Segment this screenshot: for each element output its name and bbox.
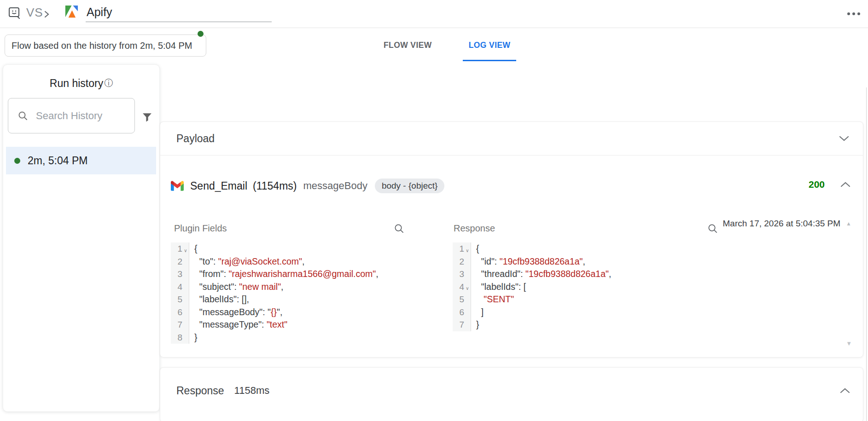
line-number: 6 [171, 306, 182, 319]
line-gutter: 4∨ [453, 281, 471, 294]
json-token: , [609, 269, 611, 279]
line-gutter: 6 [171, 306, 189, 319]
line-gutter: 2 [453, 255, 471, 268]
collapse-toggle-icon [464, 272, 471, 276]
response-section-title: Response [176, 385, 224, 397]
history-search-input[interactable] [36, 110, 131, 122]
line-gutter: 3 [171, 268, 189, 281]
line-number: 7 [171, 318, 182, 331]
flow-title[interactable]: Apify [87, 4, 112, 19]
collapse-toggle-icon [464, 260, 471, 263]
run-item-label: 2m, 5:04 PM [28, 155, 87, 167]
collapse-toggle-icon [464, 298, 471, 301]
response-section: Response 1158ms [160, 367, 863, 421]
tab-log-view[interactable]: LOG VIEW [463, 40, 517, 61]
run-history-item[interactable]: 2m, 5:04 PM [6, 147, 156, 174]
chevron-down-icon [839, 136, 849, 141]
home-link[interactable]: VS [8, 6, 43, 20]
collapse-toggle-icon[interactable]: ∨ [182, 241, 189, 257]
step-field-label: messageBody [303, 180, 367, 192]
code-line: 6 "messageBody": "{}", [171, 306, 379, 319]
code-line: 3 "threadId": "19cfb9388d826a1a", [453, 268, 611, 281]
status-code: 200 [809, 179, 825, 190]
line-gutter: 8 [171, 331, 189, 344]
json-token: ", [277, 307, 282, 317]
response-section-header[interactable]: Response 1158ms [160, 368, 863, 414]
apify-logo-icon [63, 4, 79, 20]
line-gutter: 5 [171, 293, 189, 306]
collapse-toggle-icon[interactable]: ∨ [464, 241, 471, 257]
chevron-up-icon [840, 388, 850, 393]
view-tabs: FLOW VIEW LOG VIEW [378, 40, 516, 61]
code-line: 1∨{ [453, 242, 611, 255]
code-content: { [471, 242, 479, 255]
json-token: } [194, 332, 198, 342]
collapse-toggle-icon [464, 323, 471, 326]
breadcrumb-chevron-icon [44, 10, 50, 18]
search-icon [17, 110, 29, 121]
plugin-fields-label: Plugin Fields [174, 223, 227, 234]
json-string-token: "19cfb9388d826a1a" [525, 269, 609, 279]
line-number: 6 [453, 306, 464, 319]
code-content: "id": "19cfb9388d826a1a", [471, 255, 585, 268]
line-number: 1 [171, 242, 182, 255]
code-content: "subject": "new mail", [189, 281, 284, 294]
log-card: Payload Send_Email (1154ms) messageBody … [160, 121, 863, 358]
json-token: } [476, 319, 479, 329]
step-name: Send_Email [190, 180, 247, 192]
code-content: { [189, 242, 198, 255]
scroll-down-icon[interactable]: ▼ [846, 340, 852, 347]
line-number: 2 [171, 255, 182, 268]
code-content: "labelIds": [], [189, 293, 249, 306]
payload-section-header[interactable]: Payload [160, 122, 863, 156]
code-line: 1∨{ [171, 242, 379, 255]
json-token: "labelIds": [ [476, 282, 526, 292]
breadcrumb-app[interactable]: Apify [63, 4, 112, 20]
search-icon [394, 223, 404, 234]
json-token: "subject": [194, 282, 239, 292]
plugin-fields-code: 1∨{2 "to": "raj@viaSocket.com",3 "from":… [171, 242, 379, 344]
line-number: 5 [171, 293, 182, 306]
collapse-toggle-icon[interactable]: ∨ [464, 279, 471, 295]
line-number: 5 [453, 293, 464, 306]
code-content: } [189, 331, 198, 344]
collapse-toggle-icon [182, 272, 189, 276]
tab-flow-view[interactable]: FLOW VIEW [378, 40, 438, 61]
search-icon [707, 223, 718, 234]
collapse-toggle-icon [182, 311, 189, 314]
response-panel-label: Response [454, 223, 495, 234]
code-line: 8} [171, 331, 379, 344]
scroll-up-icon[interactable]: ▲ [846, 221, 851, 226]
code-content: "threadId": "19cfb9388d826a1a", [471, 268, 611, 281]
scrollbar[interactable] [866, 87, 867, 421]
code-content: "to": "raj@viaSocket.com", [189, 255, 304, 268]
code-line: 6 ] [453, 306, 611, 319]
code-line: 2 "to": "raj@viaSocket.com", [171, 255, 379, 268]
step-collapse-control[interactable]: 200 [809, 179, 851, 190]
flow-banner: Flow based on the history from 2m, 5:04 … [5, 35, 206, 57]
json-token: , [281, 282, 283, 292]
history-search-box [8, 98, 135, 133]
line-gutter: 6 [453, 306, 471, 319]
json-string-token: "new mail" [239, 282, 281, 292]
response-section-duration: 1158ms [234, 385, 270, 397]
collapse-toggle-icon [464, 311, 471, 314]
code-line: 2 "id": "19cfb9388d826a1a", [453, 255, 611, 268]
line-number: 3 [453, 268, 464, 281]
json-token: { [476, 243, 479, 254]
json-string-token: {} [271, 307, 277, 317]
code-content: } [471, 318, 479, 331]
response-search-button[interactable] [706, 222, 718, 234]
step-section-header[interactable]: Send_Email (1154ms) messageBody body - {… [170, 177, 444, 195]
code-line: 5 "labelIds": [], [171, 293, 379, 306]
json-string-token: "rajeshwarisharma1566@gmail.com" [229, 269, 376, 279]
code-content: "messageType": "text" [189, 318, 287, 331]
line-gutter: 7 [171, 318, 189, 331]
line-number: 4 [453, 281, 464, 294]
info-icon[interactable]: ⓘ [104, 78, 113, 88]
plugin-fields-search-button[interactable] [393, 222, 405, 234]
json-token: , [302, 256, 304, 266]
filter-button[interactable] [139, 109, 155, 125]
line-number: 2 [453, 255, 464, 268]
more-options-button[interactable] [844, 7, 864, 20]
